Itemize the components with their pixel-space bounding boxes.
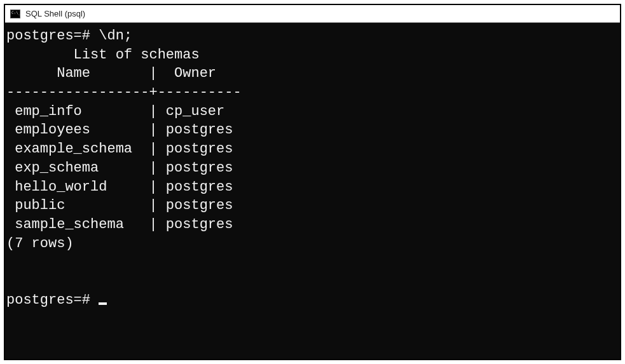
table-row: employees | postgres [6, 122, 233, 138]
terminal-output[interactable]: postgres=# \dn; List of schemas Name | O… [5, 23, 620, 359]
separator-line: -----------------+---------- [6, 84, 242, 100]
table-row: sample_schema | postgres [6, 217, 233, 233]
titlebar[interactable]: SQL Shell (psql) [5, 5, 620, 23]
table-row: emp_info | cp_user [6, 104, 224, 119]
column-headers: Name | Owner [6, 65, 216, 81]
row-count: (7 rows) [6, 236, 74, 252]
command-text: \dn; [99, 28, 132, 44]
table-row: public | postgres [6, 198, 233, 213]
table-row: example_schema | postgres [6, 141, 233, 157]
prompt: postgres=# [6, 292, 99, 308]
terminal-icon [10, 10, 20, 18]
table-row: hello_world | postgres [6, 179, 233, 195]
sql-shell-window: SQL Shell (psql) postgres=# \dn; List of… [4, 4, 621, 360]
table-row: exp_schema | postgres [6, 160, 233, 176]
list-heading: List of schemas [6, 47, 200, 63]
cursor [99, 302, 107, 305]
window-title: SQL Shell (psql) [25, 9, 85, 18]
prompt: postgres=# [6, 28, 99, 44]
